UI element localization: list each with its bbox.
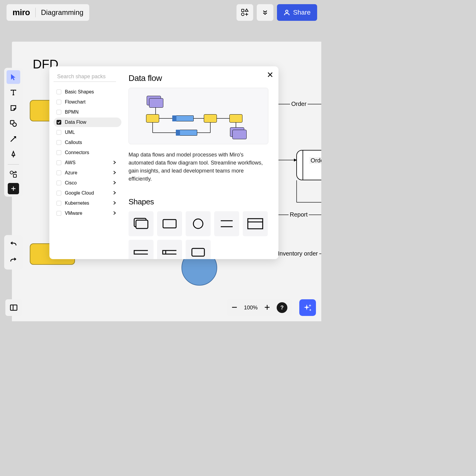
shapes-title: Shapes (129, 197, 268, 206)
modal-title: Data flow (129, 73, 268, 83)
sticky-tool[interactable] (7, 101, 20, 115)
svg-line-8 (11, 137, 15, 142)
pack-label: Data Flow (65, 120, 86, 125)
checkbox[interactable] (57, 90, 61, 94)
pack-label: Kubernetes (65, 201, 89, 206)
pack-item-data-flow[interactable]: Data Flow (54, 118, 121, 127)
checkbox[interactable] (57, 211, 61, 216)
pack-item-callouts[interactable]: Callouts (54, 138, 121, 147)
shape-tab-rectangle[interactable] (157, 240, 182, 259)
apps-button[interactable] (237, 4, 253, 21)
pack-item-google-cloud[interactable]: Google Cloud (54, 188, 121, 198)
panel-toggle-button[interactable] (5, 299, 22, 316)
zoom-controls: 100% ? (227, 299, 292, 316)
minus-icon (231, 304, 237, 310)
label-order: Order (290, 101, 308, 107)
undo-redo-group (4, 235, 23, 270)
pen-icon (10, 151, 17, 158)
pack-item-connectors[interactable]: Connectors (54, 148, 121, 157)
pack-label: Google Cloud (65, 190, 94, 196)
zoom-level[interactable]: 100% (244, 305, 258, 311)
more-shapes-tool[interactable] (7, 167, 20, 181)
share-label: Share (293, 9, 311, 16)
pack-item-aws[interactable]: AWS (54, 158, 121, 167)
shape-open-rectangle[interactable] (129, 240, 154, 259)
plus-icon (264, 304, 270, 310)
label-inventory: Inventory order (277, 250, 319, 257)
label-side-order: Orde (309, 157, 321, 164)
pack-item-flowchart[interactable]: Flowchart (54, 97, 121, 107)
checkbox[interactable] (57, 181, 61, 185)
pack-item-kubernetes[interactable]: Kubernetes (54, 198, 121, 208)
checkbox[interactable] (57, 201, 61, 206)
share-button[interactable]: Share (277, 4, 317, 21)
checkbox[interactable] (57, 150, 61, 155)
modal-sidebar: Basic ShapesFlowchartBPMNData FlowUMLCal… (49, 66, 121, 259)
shape-multi-document[interactable] (129, 211, 154, 236)
pack-item-uml[interactable]: UML (54, 128, 121, 137)
zoom-out-button[interactable] (231, 303, 238, 312)
header-right-group: Share (237, 4, 317, 21)
pack-label: Flowchart (65, 99, 85, 105)
checkbox[interactable] (57, 100, 61, 104)
preview-diagram (129, 88, 268, 144)
pack-item-azure[interactable]: Azure (54, 168, 121, 178)
redo-button[interactable] (7, 253, 20, 267)
svg-point-2 (242, 13, 244, 16)
board-title[interactable]: Diagramming (41, 8, 84, 17)
checkbox[interactable] (57, 170, 61, 175)
close-button[interactable] (267, 71, 273, 79)
checkbox[interactable] (57, 110, 61, 115)
pack-label: Cisco (65, 180, 77, 186)
arrow-tool[interactable] (7, 132, 20, 146)
plus-icon (10, 186, 16, 192)
shape-header-box[interactable] (243, 211, 268, 236)
modal-description: Map data flows and model processes with … (129, 151, 268, 183)
pack-item-cisco[interactable]: Cisco (54, 178, 121, 188)
cursor-icon (10, 73, 17, 81)
zoom-in-button[interactable] (264, 303, 271, 312)
divider (35, 8, 36, 17)
text-tool[interactable] (7, 86, 20, 99)
pack-label: UML (65, 130, 75, 135)
shape-circle[interactable] (186, 211, 211, 236)
pack-item-vmware[interactable]: VMware (54, 209, 121, 218)
search-input[interactable] (57, 73, 126, 80)
select-tool[interactable] (7, 70, 20, 84)
svg-rect-48 (248, 219, 263, 229)
shape-rectangle[interactable] (157, 211, 182, 236)
collapse-button[interactable] (257, 4, 273, 21)
svg-point-7 (13, 123, 16, 126)
add-tool[interactable] (8, 183, 19, 194)
person-icon (284, 9, 290, 16)
pen-tool[interactable] (7, 148, 20, 161)
toolbar-divider (8, 164, 19, 165)
sparkle-icon (303, 303, 312, 312)
svg-point-5 (286, 10, 288, 12)
ai-button[interactable] (299, 299, 316, 316)
checkbox[interactable] (57, 160, 61, 165)
svg-rect-22 (297, 150, 321, 180)
chevron-double-down-icon (262, 10, 268, 15)
pack-item-basic-shapes[interactable]: Basic Shapes (54, 87, 121, 97)
chevron-right-icon (113, 201, 116, 206)
pack-label: BPMN (65, 109, 79, 115)
pack-item-bpmn[interactable]: BPMN (54, 107, 121, 117)
pack-label: Connectors (65, 150, 89, 155)
checkbox[interactable] (57, 120, 61, 125)
checkbox[interactable] (57, 191, 61, 195)
shape-parallel-lines[interactable] (214, 211, 239, 236)
shape-rounded-rect[interactable] (186, 240, 211, 259)
pack-label: Callouts (65, 140, 82, 145)
undo-icon (10, 241, 17, 247)
undo-button[interactable] (7, 237, 20, 251)
svg-rect-51 (192, 248, 204, 256)
shape-tool[interactable] (7, 117, 20, 130)
checkbox[interactable] (57, 130, 61, 135)
chevron-right-icon (113, 170, 116, 176)
help-button[interactable]: ? (277, 302, 287, 313)
checkbox[interactable] (57, 140, 61, 145)
chevron-right-icon (113, 180, 116, 186)
label-report: Report (289, 211, 309, 218)
search-row (54, 73, 116, 82)
